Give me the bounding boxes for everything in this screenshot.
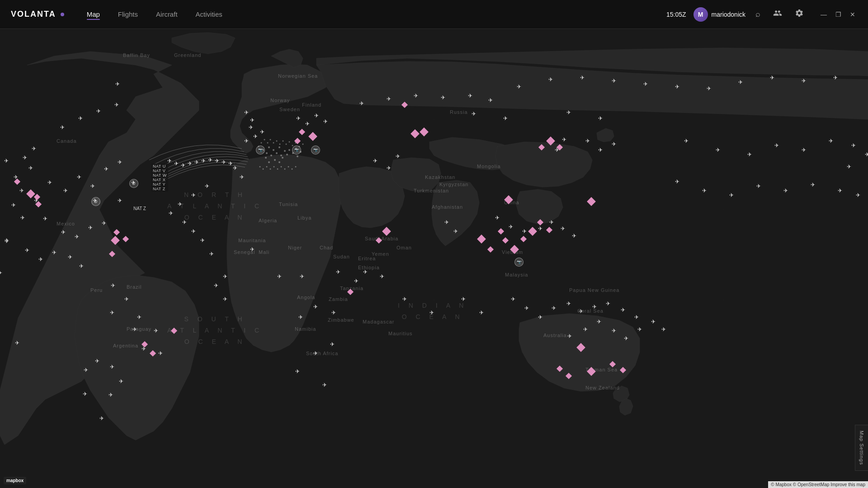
svg-point-37 bbox=[279, 144, 281, 145]
map-settings-tab[interactable]: Map Settings bbox=[855, 425, 868, 471]
main-nav: Map Flights Aircraft Activities bbox=[79, 7, 231, 22]
close-button[interactable]: ✕ bbox=[846, 8, 859, 21]
svg-point-10 bbox=[262, 149, 264, 151]
map-container: N o r t hA t l a n t i cO c e a n S o u … bbox=[0, 29, 868, 488]
svg-point-44 bbox=[302, 144, 304, 145]
svg-point-12 bbox=[268, 146, 270, 148]
svg-point-35 bbox=[273, 142, 274, 144]
logo-dot bbox=[61, 13, 64, 16]
svg-point-14 bbox=[270, 155, 272, 156]
svg-point-24 bbox=[286, 154, 288, 155]
osm-attribution[interactable]: © OpenStreetMap bbox=[793, 482, 830, 487]
svg-point-28 bbox=[297, 155, 298, 157]
svg-point-36 bbox=[276, 141, 278, 142]
svg-point-29 bbox=[300, 151, 302, 153]
svg-point-18 bbox=[280, 155, 282, 156]
svg-point-39 bbox=[286, 144, 287, 145]
minimize-button[interactable]: — bbox=[817, 8, 830, 21]
svg-point-53 bbox=[288, 166, 289, 168]
maximize-button[interactable]: ❐ bbox=[832, 8, 844, 21]
svg-point-13 bbox=[265, 157, 267, 159]
svg-point-33 bbox=[267, 142, 269, 144]
svg-point-52 bbox=[284, 169, 286, 170]
svg-point-50 bbox=[277, 169, 278, 170]
map-attribution: © Mapbox © OpenStreetMap Improve this ma… bbox=[768, 481, 868, 488]
svg-point-34 bbox=[270, 139, 271, 141]
svg-point-19 bbox=[284, 150, 286, 152]
nav-aircraft[interactable]: Aircraft bbox=[148, 7, 186, 22]
app-logo: VOLANTA bbox=[11, 9, 56, 19]
search-icon[interactable]: ⌕ bbox=[753, 7, 763, 22]
settings-icon[interactable] bbox=[792, 6, 807, 23]
titlebar: VOLANTA Map Flights Aircraft Activities … bbox=[0, 0, 868, 29]
window-controls: — ❐ ✕ bbox=[817, 8, 859, 21]
svg-point-16 bbox=[276, 152, 278, 154]
user-avatar: M bbox=[693, 7, 708, 22]
svg-point-23 bbox=[282, 157, 283, 159]
user-area[interactable]: M mariodonick bbox=[693, 7, 745, 22]
svg-point-43 bbox=[299, 146, 300, 147]
svg-point-47 bbox=[266, 166, 268, 168]
svg-point-15 bbox=[273, 149, 274, 151]
svg-point-11 bbox=[266, 152, 268, 154]
improve-map[interactable]: Improve this map bbox=[830, 482, 865, 487]
svg-point-55 bbox=[295, 166, 297, 168]
mapbox-logo-text: mapbox bbox=[4, 477, 26, 484]
svg-point-30 bbox=[258, 146, 259, 147]
svg-point-46 bbox=[263, 169, 264, 170]
svg-point-20 bbox=[268, 161, 270, 163]
header-controls: 15:05Z M mariodonick ⌕ — ❐ ✕ bbox=[657, 6, 868, 23]
username: mariodonick bbox=[712, 11, 745, 18]
world-map bbox=[0, 29, 868, 488]
svg-point-48 bbox=[270, 169, 271, 170]
svg-point-42 bbox=[295, 142, 297, 144]
nav-map[interactable]: Map bbox=[79, 7, 108, 22]
svg-point-41 bbox=[292, 145, 293, 146]
svg-point-40 bbox=[289, 141, 290, 143]
svg-point-22 bbox=[278, 161, 280, 163]
svg-point-54 bbox=[292, 169, 293, 170]
svg-point-45 bbox=[259, 166, 261, 168]
mapbox-logo: mapbox bbox=[4, 477, 26, 484]
svg-point-31 bbox=[261, 142, 262, 144]
nav-flights[interactable]: Flights bbox=[110, 7, 146, 22]
svg-point-27 bbox=[295, 148, 297, 150]
svg-point-25 bbox=[288, 149, 290, 151]
svg-point-38 bbox=[283, 141, 284, 142]
svg-point-51 bbox=[281, 166, 282, 168]
svg-point-17 bbox=[278, 146, 280, 148]
svg-point-21 bbox=[274, 159, 276, 161]
mapbox-attribution[interactable]: © Mapbox bbox=[771, 482, 792, 487]
nav-activities[interactable]: Activities bbox=[188, 7, 231, 22]
logo-area: VOLANTA bbox=[0, 9, 75, 19]
community-icon[interactable] bbox=[770, 6, 785, 23]
svg-point-26 bbox=[292, 152, 294, 154]
svg-point-49 bbox=[274, 166, 275, 168]
time-display: 15:05Z bbox=[666, 11, 686, 18]
svg-point-32 bbox=[264, 139, 265, 141]
